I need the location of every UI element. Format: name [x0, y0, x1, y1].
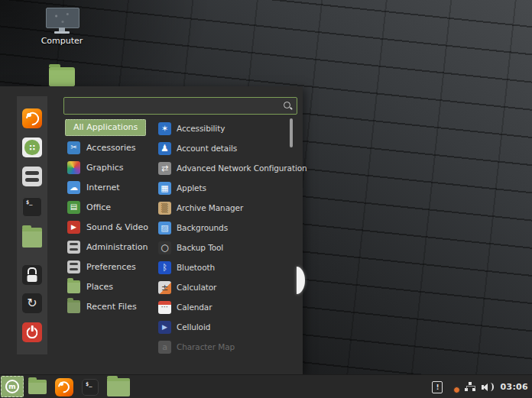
- mint-logo-icon: [5, 380, 19, 393]
- menu-button[interactable]: [1, 376, 24, 397]
- menu-favorites: ↻: [17, 96, 47, 354]
- preferences-icon: [67, 260, 80, 273]
- app-label: Account details: [177, 144, 237, 153]
- category-label: Sound & Video: [86, 222, 148, 232]
- favorite-system-settings[interactable]: [22, 167, 42, 186]
- computer-icon: [46, 8, 78, 34]
- app-label: Advanced Network Configuration: [177, 163, 307, 173]
- scrollbar-thumb[interactable]: [290, 118, 293, 147]
- character-map-icon: a: [158, 341, 171, 354]
- bluetooth-icon: ᛒ: [158, 261, 171, 274]
- places-icon: [67, 280, 80, 293]
- app-label: Bluetooth: [177, 263, 215, 272]
- category-label: Places: [86, 282, 113, 292]
- app-item-advanced-network-configuration[interactable]: ⇄Advanced Network Configuration: [158, 158, 294, 178]
- network-icon[interactable]: [465, 382, 475, 392]
- update-manager-icon[interactable]: !: [432, 381, 443, 393]
- desktop-icon-home-folder[interactable]: [48, 67, 76, 86]
- accessories-icon: ✂: [67, 141, 80, 154]
- category-item-graphics[interactable]: Graphics: [65, 157, 161, 177]
- backup-tool-icon: ○: [158, 241, 171, 254]
- category-label: Recent Files: [86, 302, 137, 312]
- category-item-accessories[interactable]: ✂Accessories: [65, 138, 161, 157]
- archive-manager-icon: ▒: [158, 202, 171, 215]
- category-item-all-applications[interactable]: All Applications: [65, 118, 161, 138]
- account-details-icon: ♟: [158, 142, 171, 155]
- desktop: Computer ↻ All Applications✂AccessoriesG…: [0, 0, 532, 398]
- favorite-software-manager[interactable]: [22, 138, 42, 157]
- category-label: Preferences: [86, 262, 136, 272]
- app-label: Calendar: [177, 303, 212, 312]
- desktop-icon-computer[interactable]: Computer: [40, 8, 84, 46]
- favorite-logout[interactable]: ↻: [22, 293, 42, 313]
- favorite-firefox[interactable]: [22, 108, 42, 128]
- firefox-launcher-icon: [55, 378, 73, 396]
- advanced-network-configuration-icon: ⇄: [158, 162, 171, 175]
- app-item-celluloid[interactable]: ▶Celluloid: [158, 317, 294, 337]
- app-item-accessibility[interactable]: ✶Accessibility: [158, 118, 294, 138]
- category-item-administration[interactable]: Administration: [65, 237, 161, 257]
- app-item-bluetooth[interactable]: ᛒBluetooth: [158, 257, 294, 277]
- app-item-calculator[interactable]: ±Calculator: [158, 277, 294, 297]
- category-item-internet[interactable]: ☁Internet: [65, 177, 161, 197]
- sound-video-icon: ▶: [67, 221, 80, 234]
- desktop-icon-label: Computer: [40, 36, 84, 46]
- folder-icon: [49, 67, 75, 86]
- calendar-icon: ⋯: [158, 301, 171, 314]
- favorite-files[interactable]: [22, 228, 42, 248]
- files-launcher-icon: [28, 380, 47, 394]
- app-item-applets[interactable]: ▦Applets: [158, 178, 294, 198]
- office-icon: ▤: [67, 201, 80, 214]
- search-input[interactable]: [64, 98, 282, 114]
- internet-icon: ☁: [67, 181, 80, 194]
- terminal-launcher[interactable]: [82, 379, 99, 396]
- terminal-launcher-icon: [82, 379, 99, 396]
- files-launcher[interactable]: [28, 380, 47, 394]
- category-item-recent-files[interactable]: Recent Files: [65, 296, 161, 316]
- app-item-backup-tool[interactable]: ○Backup Tool: [158, 238, 294, 257]
- calculator-icon: ±: [158, 281, 171, 294]
- system-tray: ! 03:06: [432, 375, 528, 398]
- clock[interactable]: 03:06: [500, 382, 528, 392]
- app-label: Applets: [177, 183, 206, 193]
- category-label: Graphics: [86, 163, 124, 173]
- favorite-shutdown[interactable]: [22, 322, 42, 342]
- app-item-calendar[interactable]: ⋯Calendar: [158, 297, 294, 317]
- backgrounds-icon: ▨: [158, 222, 171, 235]
- app-item-account-details[interactable]: ♟Account details: [158, 138, 294, 158]
- app-label: Backup Tool: [177, 243, 223, 252]
- system-settings-icon: [22, 167, 42, 186]
- category-item-places[interactable]: Places: [65, 277, 161, 296]
- taskbar: ! 03:06: [0, 374, 532, 398]
- firefox-launcher[interactable]: [55, 378, 73, 396]
- lock-screen-icon: [22, 265, 42, 285]
- app-label: Celluloid: [177, 322, 210, 332]
- files-icon: [22, 228, 42, 248]
- celluloid-icon: ▶: [158, 321, 171, 334]
- volume-icon[interactable]: [482, 382, 494, 393]
- logout-icon: ↻: [22, 293, 42, 313]
- category-item-sound-video[interactable]: ▶Sound & Video: [65, 217, 161, 237]
- firewall-shield-icon[interactable]: [449, 381, 459, 393]
- files-window[interactable]: [107, 378, 130, 396]
- applets-icon: ▦: [158, 182, 171, 195]
- files-window-icon: [107, 378, 130, 396]
- category-item-preferences[interactable]: Preferences: [65, 257, 161, 277]
- app-item-backgrounds[interactable]: ▨Backgrounds: [158, 218, 294, 238]
- app-item-character-map[interactable]: aCharacter Map: [158, 337, 294, 357]
- favorite-lock-screen[interactable]: [22, 265, 42, 285]
- app-label: Calculator: [177, 283, 216, 292]
- category-label: Internet: [86, 183, 120, 193]
- app-menu: ↻ All Applications✂AccessoriesGraphics☁I…: [0, 86, 303, 374]
- app-label: Archive Manager: [177, 203, 243, 212]
- selected-category-label: All Applications: [65, 119, 146, 136]
- favorite-terminal[interactable]: [22, 197, 42, 217]
- app-label: Character Map: [177, 342, 235, 351]
- search-box[interactable]: [63, 97, 297, 115]
- software-manager-icon: [22, 138, 42, 157]
- shutdown-icon: [22, 322, 42, 342]
- accessibility-icon: ✶: [158, 122, 171, 135]
- taskbar-launchers: [28, 375, 130, 398]
- app-item-archive-manager[interactable]: ▒Archive Manager: [158, 198, 294, 218]
- category-item-office[interactable]: ▤Office: [65, 197, 161, 217]
